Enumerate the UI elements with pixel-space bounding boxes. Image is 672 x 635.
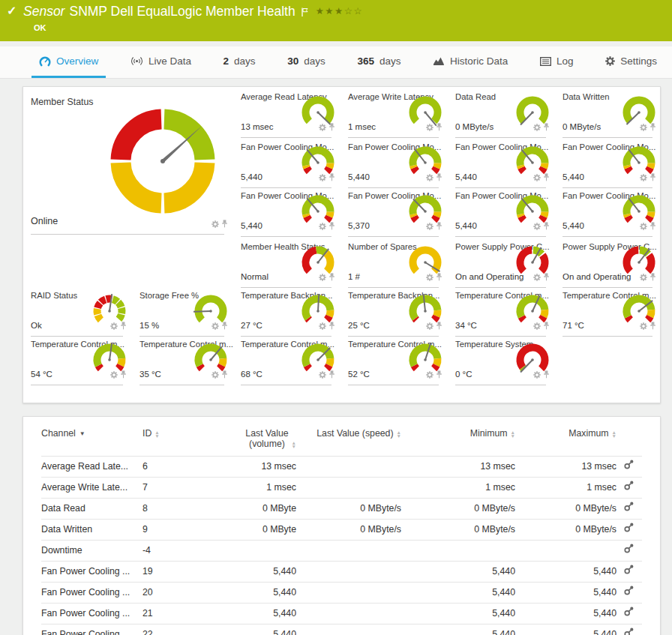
gear-icon[interactable]: [319, 319, 326, 333]
column-header-last-value-volume-[interactable]: Last Value(volume)▲▼: [214, 417, 296, 457]
pin-icon[interactable]: [328, 271, 335, 284]
gear-icon[interactable]: [319, 368, 326, 382]
pin-icon[interactable]: [328, 171, 335, 184]
gauge-cell[interactable]: Temperature Control m...34 °C: [448, 288, 555, 337]
channel-name[interactable]: Fan Power Cooling ...: [41, 604, 142, 625]
pin-icon[interactable]: [436, 319, 442, 333]
gauge-cell[interactable]: Fan Power Cooling Mo...5,440: [448, 139, 555, 188]
gear-icon[interactable]: [319, 171, 326, 184]
pin-icon[interactable]: [543, 121, 550, 134]
gear-icon[interactable]: [640, 220, 647, 233]
channel-name[interactable]: Average Read Late...: [41, 457, 142, 478]
gear-icon[interactable]: [426, 271, 434, 284]
pin-icon[interactable]: [650, 171, 656, 184]
tab-historic-data[interactable]: Historic Data: [425, 46, 515, 78]
gauge-cell[interactable]: Temperature Control m...35 °C: [132, 337, 233, 385]
pin-icon[interactable]: [650, 271, 656, 284]
channel-name[interactable]: Downtime: [41, 541, 142, 562]
pin-icon[interactable]: [650, 319, 656, 333]
channel-name[interactable]: Fan Power Cooling ...: [41, 583, 142, 604]
tab-live-data[interactable]: Live Data: [123, 46, 199, 78]
gear-icon[interactable]: [426, 319, 434, 333]
edit-channel-icon[interactable]: [616, 625, 642, 635]
gauge-cell[interactable]: Fan Power Cooling Mo...5,440: [233, 139, 340, 188]
column-header-minimum[interactable]: Minimum▲▼: [401, 417, 515, 457]
gauge-cell[interactable]: Fan Power Cooling Mo...5,440: [340, 139, 448, 188]
channel-name[interactable]: Data Read: [41, 499, 142, 520]
tab-365-days[interactable]: 365days: [350, 46, 408, 78]
gauge-cell[interactable]: Temperature Control m...71 °C: [555, 288, 662, 337]
gauge-cell[interactable]: Fan Power Cooling Mo...5,370: [340, 188, 448, 237]
gauge-cell[interactable]: Temperature Control m...68 °C: [233, 337, 340, 385]
pin-icon[interactable]: [543, 171, 550, 184]
gauge-cell[interactable]: Temperature Backplan...27 °C: [233, 288, 340, 337]
pin-icon[interactable]: [221, 319, 228, 333]
gear-icon[interactable]: [533, 121, 541, 134]
gauge-cell[interactable]: Power Supply Power C...On and Operating: [555, 239, 662, 288]
gauge-cell[interactable]: RAID StatusOk: [23, 288, 132, 337]
gear-icon[interactable]: [533, 368, 541, 382]
tab-log[interactable]: Log: [532, 46, 581, 78]
pin-icon[interactable]: [436, 220, 442, 233]
channel-name[interactable]: Data Written: [41, 520, 142, 541]
gear-icon[interactable]: [212, 217, 219, 231]
column-header-channel[interactable]: Channel▼: [41, 417, 142, 457]
gauge-cell[interactable]: Temperature Control m...52 °C: [340, 337, 448, 385]
pin-icon[interactable]: [221, 368, 228, 382]
gear-icon[interactable]: [640, 319, 647, 333]
pin-icon[interactable]: [221, 217, 228, 231]
pin-icon[interactable]: [543, 220, 550, 233]
gear-icon[interactable]: [319, 271, 326, 284]
column-header-maximum[interactable]: Maximum▲▼: [515, 417, 616, 457]
gear-icon[interactable]: [319, 220, 326, 233]
gauge-cell[interactable]: Average Write Latency1 msec: [340, 89, 448, 138]
gauge-cell[interactable]: Temperature System0 °C: [448, 337, 555, 385]
pin-icon[interactable]: [543, 368, 550, 382]
pin-icon[interactable]: [436, 121, 442, 134]
pin-icon[interactable]: [120, 319, 127, 333]
gauge-cell[interactable]: Number of Spares1 #: [340, 239, 448, 288]
pin-icon[interactable]: [328, 121, 335, 134]
edit-channel-icon[interactable]: [616, 478, 642, 499]
gauge-cell-member-status[interactable]: Member Status Online: [23, 87, 233, 235]
gauge-cell[interactable]: Power Supply Power C...On and Operating: [448, 239, 555, 288]
gauge-cell[interactable]: Fan Power Cooling Mo...5,440: [555, 139, 662, 188]
gauge-cell[interactable]: Temperature Control m...54 °C: [23, 337, 132, 385]
column-header-last-value-speed-[interactable]: Last Value (speed)▲▼: [296, 417, 401, 457]
pin-icon[interactable]: [650, 121, 656, 134]
gear-icon[interactable]: [640, 121, 647, 134]
gear-icon[interactable]: [426, 368, 434, 382]
gear-icon[interactable]: [640, 271, 647, 284]
pin-icon[interactable]: [436, 271, 442, 284]
gauge-cell[interactable]: Fan Power Cooling Mo...5,440: [233, 188, 340, 237]
gauge-cell[interactable]: Data Written0 MByte/s: [555, 89, 662, 138]
gear-icon[interactable]: [533, 271, 541, 284]
gauge-cell[interactable]: Fan Power Cooling Mo...5,440: [555, 188, 662, 237]
channel-name[interactable]: Fan Power Cooling ...: [41, 562, 142, 583]
pin-icon[interactable]: [436, 368, 442, 382]
gauge-cell[interactable]: Fan Power Cooling Mo...5,440: [448, 188, 555, 237]
pin-icon[interactable]: [328, 319, 335, 333]
pin-icon[interactable]: [543, 319, 550, 333]
gauge-cell[interactable]: Storage Free %15 %: [132, 288, 233, 337]
edit-channel-icon[interactable]: [616, 583, 642, 604]
flag-icon[interactable]: [302, 5, 308, 21]
tab-overview[interactable]: Overview: [32, 46, 106, 78]
gauge-cell[interactable]: Data Read0 MByte/s: [448, 89, 555, 138]
pin-icon[interactable]: [120, 368, 127, 382]
gear-icon[interactable]: [640, 171, 647, 184]
pin-icon[interactable]: [650, 220, 656, 233]
edit-channel-icon[interactable]: [616, 604, 642, 625]
tab-30-days[interactable]: 30days: [280, 46, 333, 78]
tab-settings[interactable]: Settings: [598, 46, 664, 78]
gauge-cell[interactable]: Temperature Backplan...25 °C: [340, 288, 448, 337]
gear-icon[interactable]: [426, 171, 434, 184]
pin-icon[interactable]: [436, 171, 442, 184]
edit-channel-icon[interactable]: [616, 541, 642, 562]
gauge-cell[interactable]: Member Health StatusNormal: [233, 239, 340, 288]
edit-channel-icon[interactable]: [616, 457, 642, 478]
gear-icon[interactable]: [110, 319, 118, 333]
gear-icon[interactable]: [426, 121, 434, 134]
edit-channel-icon[interactable]: [616, 520, 642, 541]
priority-stars[interactable]: ★★★☆☆: [316, 5, 364, 16]
